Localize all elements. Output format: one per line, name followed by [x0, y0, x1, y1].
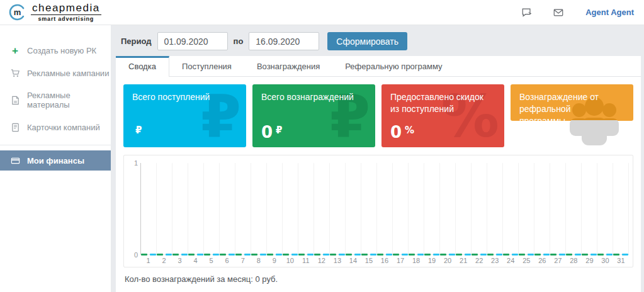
series-green-bar — [157, 254, 163, 256]
series-green-bar — [503, 254, 509, 256]
series-cyan-bar — [354, 254, 361, 256]
x-tick-label: 22 — [472, 257, 487, 264]
series-green-bar — [393, 254, 399, 256]
series-cyan-bar — [370, 254, 376, 256]
series-cyan-bar — [166, 254, 172, 256]
sidebar-item-my-finances[interactable]: Мои финансы — [0, 150, 111, 171]
y-axis-labels: 10 — [127, 163, 140, 255]
chart-day-column — [141, 163, 157, 254]
chart-day-column — [346, 163, 361, 254]
chart-day-column — [550, 163, 566, 254]
logo-subtitle: smart advertising — [38, 16, 94, 22]
sidebar-item-create-campaign[interactable]: + Создать новую РК — [0, 39, 111, 62]
sidebar-item-materials[interactable]: Рекламные материалы — [0, 84, 111, 116]
x-tick-label: 17 — [393, 257, 409, 264]
series-green-bar — [314, 254, 320, 256]
chart-day-column — [424, 163, 440, 254]
generate-report-button[interactable]: Сформировать — [327, 32, 407, 50]
x-tick-label: 10 — [282, 257, 298, 264]
card-title: Предоставлено скидок из поступлений — [390, 91, 485, 115]
chart-plot — [140, 163, 629, 255]
tab-rewards[interactable]: Вознаграждения — [244, 56, 332, 76]
x-tick-label: 18 — [409, 257, 424, 264]
envelope-icon[interactable] — [553, 7, 564, 18]
tab-summary[interactable]: Сводка — [116, 56, 169, 77]
series-green-bar — [267, 254, 273, 256]
series-cyan-bar — [449, 254, 455, 256]
series-cyan-bar — [307, 254, 314, 256]
chart-day-column — [204, 163, 220, 254]
chart-day-column — [472, 163, 487, 254]
cheapmedia-logo[interactable]: m cheapmedia smart advertising — [9, 3, 101, 23]
card-total-rewards: Всего вознаграждений 0₽ ₽ — [252, 84, 375, 147]
series-green-bar — [456, 254, 462, 256]
x-tick-label: 24 — [503, 257, 519, 264]
card-value: ₽ — [132, 124, 237, 140]
sidebar-item-label: Рекламные кампании — [27, 69, 109, 78]
x-tick-label: 11 — [298, 257, 314, 264]
sidebar-item-campaigns[interactable]: Рекламные кампании — [0, 62, 111, 84]
series-cyan-bar — [386, 254, 392, 256]
stat-cards-row: Всего поступлений ₽ ₽ Всего вознагражден… — [116, 77, 641, 154]
x-tick-label: 14 — [345, 257, 361, 264]
tab-receipts[interactable]: Поступления — [169, 56, 244, 76]
document-icon — [10, 95, 20, 105]
series-cyan-bar — [480, 254, 487, 256]
x-axis-labels: 1234567891011121314151617181920212223242… — [140, 257, 629, 264]
series-cyan-bar — [606, 254, 613, 256]
series-cyan-bar — [559, 254, 565, 256]
series-cyan-bar — [417, 254, 424, 256]
series-green-bar — [566, 254, 572, 256]
chart-day-column — [157, 163, 172, 254]
series-cyan-bar — [512, 254, 518, 256]
chart-day-column — [172, 163, 188, 254]
x-tick-label: 19 — [424, 257, 440, 264]
series-green-bar — [582, 254, 588, 256]
chat-icon[interactable] — [521, 7, 533, 18]
series-cyan-bar — [213, 254, 219, 256]
x-tick-label: 28 — [566, 257, 582, 264]
x-tick-label: 15 — [361, 257, 376, 264]
sidebar-item-company-cards[interactable]: Карточки компаний — [0, 116, 111, 138]
x-tick-label: 8 — [251, 257, 266, 264]
chart-day-column — [456, 163, 472, 254]
x-tick-label: 12 — [314, 257, 329, 264]
series-cyan-bar — [181, 254, 188, 256]
chart-day-column — [188, 163, 204, 254]
chart-day-column — [330, 163, 346, 254]
logo-title: cheapmedia — [31, 3, 101, 16]
series-cyan-bar — [590, 254, 597, 256]
x-tick-label: 5 — [203, 257, 219, 264]
chart-day-column — [235, 163, 251, 254]
x-tick-label: 3 — [172, 257, 188, 264]
tab-referral-program[interactable]: Реферальную программу — [332, 56, 455, 76]
series-cyan-bar — [323, 254, 329, 256]
sidebar-item-label: Создать новую РК — [27, 46, 96, 55]
series-cyan-bar — [622, 254, 628, 256]
series-green-bar — [235, 254, 242, 256]
series-green-bar — [487, 254, 494, 256]
series-cyan-bar — [197, 254, 203, 256]
chart-day-column — [487, 163, 503, 254]
x-tick-label: 21 — [456, 257, 472, 264]
date-from-input[interactable] — [157, 32, 228, 50]
series-cyan-bar — [260, 254, 266, 256]
series-green-bar — [361, 254, 368, 256]
series-green-bar — [613, 254, 619, 256]
chart-day-column — [377, 163, 393, 254]
chart-day-column — [393, 163, 409, 254]
x-tick-label: 2 — [156, 257, 172, 264]
series-green-bar — [409, 254, 415, 256]
chart-day-column — [220, 163, 235, 254]
series-green-bar — [597, 254, 604, 256]
series-green-bar — [220, 254, 226, 256]
app-header: m cheapmedia smart advertising Agent Age… — [0, 0, 644, 25]
x-tick-label: 9 — [266, 257, 282, 264]
series-cyan-bar — [339, 254, 345, 256]
date-to-input[interactable] — [249, 32, 319, 50]
x-tick-label: 25 — [519, 257, 534, 264]
chart-day-column — [361, 163, 377, 254]
credit-card-icon — [10, 155, 20, 166]
x-tick-label: 13 — [329, 257, 345, 264]
user-menu[interactable]: Agent Agent — [585, 8, 634, 17]
